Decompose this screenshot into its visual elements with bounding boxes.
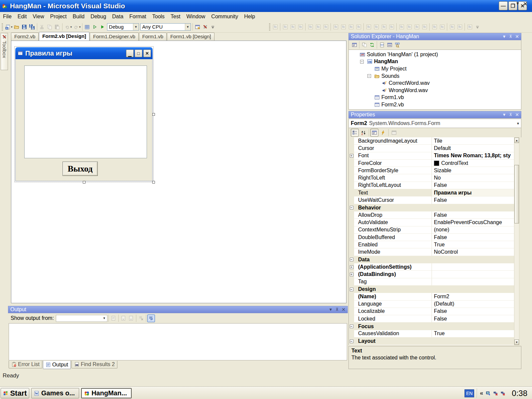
exit-button[interactable]: Выход — [63, 162, 98, 176]
alphabetical-button[interactable]: AZ — [359, 129, 367, 137]
center-vertically-button[interactable] — [438, 23, 446, 31]
make-same-height-button[interactable] — [355, 23, 362, 31]
property-row-enabled[interactable]: EnabledTrue — [349, 241, 514, 248]
resize-handle-corner[interactable] — [152, 181, 155, 184]
output-combobox-arrow-icon[interactable]: ▼ — [101, 317, 107, 320]
align-bottoms-button[interactable] — [322, 23, 330, 31]
menu-edit[interactable]: Edit — [15, 12, 30, 21]
property-row--applicationsettings-[interactable]: +(ApplicationSettings) — [349, 263, 514, 271]
bottom-tab-output[interactable]: Output — [43, 361, 71, 369]
property-expander-icon[interactable]: − — [350, 288, 353, 291]
property-value[interactable]: Times New Roman; 13,8pt; sty — [432, 152, 514, 160]
property-value[interactable]: Form2 — [432, 293, 514, 300]
vert-spacing-equal-button[interactable] — [398, 23, 405, 31]
property-category-data[interactable]: −Data — [349, 256, 514, 263]
make-same-size-button[interactable] — [347, 23, 355, 31]
tray-chevron-icon[interactable]: « — [480, 390, 483, 397]
property-value[interactable]: NoControl — [432, 248, 514, 256]
property-row-causesvalidation[interactable]: CausesValidationTrue — [349, 330, 514, 337]
doc-tab-form1-designer-vb[interactable]: Form1.Designer.vb — [90, 33, 139, 41]
copy-button[interactable] — [46, 23, 54, 31]
view-code-button[interactable] — [378, 41, 386, 49]
property-pages-button[interactable] — [390, 129, 398, 137]
property-row-text[interactable]: TextПравила игры — [349, 189, 514, 197]
task-button-games-o-[interactable]: WGames o... — [31, 388, 79, 398]
property-value[interactable]: (Default) — [432, 301, 514, 308]
property-row-autovalidate[interactable]: AutoValidateEnablePreventFocusChange — [349, 219, 514, 226]
property-value[interactable] — [432, 278, 514, 286]
property-category-layout[interactable]: −Layout — [349, 337, 514, 345]
cut-button[interactable] — [38, 23, 46, 31]
start-debugging-button[interactable] — [99, 23, 106, 31]
doc-tab-form1-vb[interactable]: Form1.vb — [139, 33, 167, 41]
property-row-language[interactable]: Language(Default) — [349, 301, 514, 308]
property-value[interactable]: False — [432, 234, 514, 241]
property-expander-icon[interactable]: − — [350, 206, 353, 209]
open-file-button[interactable] — [13, 23, 21, 31]
scroll-up-icon[interactable]: ▲ — [514, 138, 519, 143]
tree-item-correctword-wav[interactable]: CorrectWord.wav — [349, 79, 521, 87]
tray-pc-arrow-icon[interactable] — [485, 390, 492, 397]
property-row-backgroundimagelayout[interactable]: BackgroundImageLayoutTile — [349, 137, 514, 145]
property-value[interactable]: False — [432, 315, 514, 323]
align-to-grid-button[interactable] — [271, 23, 279, 31]
platform-combobox-arrow-icon[interactable]: ▼ — [185, 24, 191, 30]
bottom-tab-find-results-2[interactable]: Find Results 2 — [71, 361, 117, 368]
property-row-font[interactable]: +FontTimes New Roman; 13,8pt; sty — [349, 152, 514, 160]
properties-pin-icon[interactable]: ⊼ — [509, 112, 512, 117]
view-designer-button[interactable] — [386, 41, 393, 49]
tray-net-x-icon[interactable] — [492, 390, 499, 397]
refresh-button[interactable] — [368, 41, 376, 49]
property-category-behavior[interactable]: −Behavior — [349, 204, 514, 211]
solution-explorer-dropdown-icon[interactable]: ▼ — [502, 34, 506, 39]
output-dropdown-icon[interactable]: ▼ — [329, 307, 333, 312]
align-middles-button[interactable] — [314, 23, 322, 31]
property-row-forecolor[interactable]: ForeColorControlText — [349, 160, 514, 167]
tree-item-hangman[interactable]: −VBHangMan — [349, 58, 521, 66]
property-category-design[interactable]: −Design — [349, 286, 514, 293]
designed-form[interactable]: Правила игры ▁ □ ✕ Выход — [15, 47, 153, 181]
task-button-hangman-[interactable]: HangMan... — [81, 388, 132, 398]
vert-spacing-increase-button[interactable] — [405, 23, 413, 31]
undo-button[interactable] — [64, 23, 71, 31]
menu-data[interactable]: Data — [109, 12, 126, 21]
property-value[interactable]: False — [432, 211, 514, 219]
property-row--databindings-[interactable]: +(DataBindings) — [349, 271, 514, 278]
menu-tools[interactable]: Tools — [149, 12, 168, 21]
bottom-tab-error-list[interactable]: Error List — [9, 361, 42, 368]
property-value[interactable]: Default — [432, 145, 514, 152]
menu-file[interactable]: File — [0, 12, 15, 21]
menu-format[interactable]: Format — [126, 12, 149, 21]
toolbar-options-button[interactable] — [209, 23, 217, 31]
save-button[interactable] — [21, 23, 28, 31]
make-same-width-button[interactable] — [332, 23, 339, 31]
menu-help[interactable]: Help — [241, 12, 258, 21]
property-value[interactable]: False — [432, 308, 514, 315]
goto-next-message-button[interactable] — [127, 315, 135, 322]
toolbar-grip[interactable] — [2, 23, 3, 31]
property-expander-icon[interactable]: + — [350, 154, 353, 158]
class-diagram-button[interactable] — [393, 41, 401, 49]
align-tops-button[interactable] — [307, 23, 314, 31]
output-close-icon[interactable]: ✕ — [341, 307, 345, 312]
property-value[interactable]: ControlText — [432, 160, 514, 167]
property-row-righttoleft[interactable]: RightToLeftNo — [349, 174, 514, 182]
property-row-locked[interactable]: LockedFalse — [349, 315, 514, 323]
size-to-grid-button[interactable] — [339, 23, 347, 31]
property-row-usewaitcursor[interactable]: UseWaitCursorFalse — [349, 197, 514, 204]
property-value[interactable]: True — [432, 241, 514, 248]
resize-handle-bottom[interactable] — [83, 181, 85, 184]
properties-close-icon[interactable]: ✕ — [515, 112, 519, 117]
doc-tab-form1-vb-design-[interactable]: Form1.vb [Design] — [167, 33, 214, 41]
tree-expander-icon[interactable]: − — [367, 74, 371, 78]
property-row-righttoleftlayout[interactable]: RightToLeftLayoutFalse — [349, 182, 514, 189]
navigate-grid-button[interactable] — [83, 23, 91, 31]
toolbox-tab[interactable]: Toolbox — [1, 33, 8, 70]
property-row-doublebuffered[interactable]: DoubleBufferedFalse — [349, 234, 514, 241]
property-value[interactable]: EnablePreventFocusChange — [432, 219, 514, 226]
save-all-button[interactable] — [28, 23, 36, 31]
property-grid-scrollbar[interactable]: ▲ ▼ — [514, 137, 519, 345]
align-centers-button[interactable] — [289, 23, 297, 31]
property-category-focus[interactable]: −Focus — [349, 323, 514, 330]
horiz-spacing-decrease-button[interactable] — [380, 23, 388, 31]
